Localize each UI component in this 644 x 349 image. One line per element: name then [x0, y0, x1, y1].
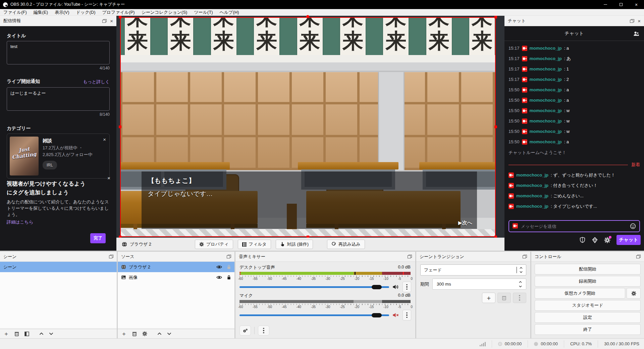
resize-handle[interactable]: [494, 126, 497, 128]
move-scene-up-icon[interactable]: [39, 332, 44, 335]
close-dock-icon[interactable]: ×: [110, 18, 113, 23]
add-scene-icon[interactable]: ＋: [3, 331, 9, 337]
exit-button[interactable]: 終了: [535, 324, 641, 335]
refresh-button[interactable]: 再読み込み: [327, 240, 365, 249]
promo-details-link[interactable]: 詳細はこちら: [7, 219, 33, 225]
muted-speaker-icon[interactable]: [392, 312, 399, 318]
mixer-menu-button[interactable]: [258, 326, 269, 336]
maximize-button[interactable]: [613, 0, 629, 9]
stream-info-dock-header: 配信情報 ×: [0, 16, 116, 26]
chat-send-button[interactable]: チャット: [616, 235, 641, 245]
popout-icon[interactable]: [227, 255, 231, 258]
lock-icon[interactable]: [227, 264, 231, 269]
remove-transition-button[interactable]: [497, 293, 511, 303]
window-title: OBS 30.0.2 - プロファイル: YouTube - シーン: キャプチ…: [10, 2, 125, 7]
visibility-eye-icon[interactable]: [216, 275, 222, 280]
broadcaster-badge-icon: [522, 87, 527, 93]
chat-input-field[interactable]: [521, 224, 627, 229]
menu-item-3[interactable]: ドック(D): [73, 9, 99, 16]
source-properties-gear-icon[interactable]: [142, 331, 147, 336]
minimize-button[interactable]: [598, 0, 613, 9]
menu-item-2[interactable]: 表示(V): [51, 9, 72, 16]
scenes-toolbar: ＋: [0, 329, 117, 338]
menu-item-1[interactable]: 編集(E): [30, 9, 51, 16]
viewer-list-icon[interactable]: [633, 31, 639, 37]
add-transition-button[interactable]: ＋: [482, 293, 495, 303]
start-virtual-camera-button[interactable]: 仮想カメラ開始: [535, 288, 625, 299]
menu-item-0[interactable]: ファイル(F): [0, 9, 30, 16]
stream-time: 00:00:00: [505, 341, 522, 346]
category-card[interactable]: Just Chatting 雑談 17.2万人が視聴中 ・ 2,825.2万人が…: [7, 134, 110, 179]
move-source-down-icon[interactable]: [167, 332, 171, 335]
scene-grid-mode-icon[interactable]: [24, 332, 29, 336]
notification-input[interactable]: はーじまーるよー: [7, 87, 110, 111]
start-recording-button[interactable]: 録画開始: [535, 276, 641, 287]
start-streaming-button[interactable]: 配信開始: [535, 264, 641, 275]
resize-handle[interactable]: [119, 16, 121, 18]
source-list-item[interactable]: ブラウザ 2: [118, 262, 234, 272]
resize-handle[interactable]: [494, 16, 497, 18]
volume-slider[interactable]: [239, 286, 389, 288]
menu-item-4[interactable]: プロファイル(P): [99, 9, 138, 16]
menu-item-5[interactable]: シーンコレクション(S): [138, 9, 191, 16]
rotate-handle[interactable]: [306, 15, 309, 18]
stream-title-input[interactable]: test: [7, 41, 110, 64]
more-info-link[interactable]: もっと詳しく: [83, 79, 110, 85]
close-button[interactable]: ×: [629, 0, 644, 9]
mixer-settings-button[interactable]: [239, 326, 251, 336]
menu-item-6[interactable]: ツール(T): [191, 9, 216, 16]
chat-settings-gear-icon[interactable]: [604, 237, 610, 243]
channel-menu-button[interactable]: [402, 282, 411, 292]
shield-icon[interactable]: [579, 237, 586, 243]
resize-handle[interactable]: [119, 126, 121, 128]
popout-icon[interactable]: [408, 255, 412, 258]
remove-source-icon[interactable]: [132, 331, 137, 336]
chat-input[interactable]: [508, 220, 640, 232]
close-dock-icon[interactable]: ×: [638, 18, 641, 23]
bits-icon[interactable]: [592, 237, 598, 243]
dialog-next-button[interactable]: ▶次へ: [458, 220, 472, 226]
transition-menu-button[interactable]: [513, 293, 526, 303]
chat-dock-header: チャット ×: [504, 16, 644, 26]
title-counter: 4/140: [100, 66, 110, 70]
remove-category-icon[interactable]: ×: [103, 137, 106, 142]
popout-icon[interactable]: [523, 255, 527, 258]
remove-scene-icon[interactable]: [14, 331, 19, 336]
duration-spinbox[interactable]: 300 ms: [432, 279, 526, 290]
popout-icon[interactable]: [636, 255, 641, 258]
scene-list-item[interactable]: シーン: [0, 262, 117, 272]
visibility-eye-icon[interactable]: [216, 265, 222, 269]
chat-message: momochoco_jp: タイプじゃないです...: [504, 201, 644, 211]
category-name: 雑談: [43, 137, 93, 144]
speaker-icon[interactable]: [392, 284, 399, 290]
volume-slider[interactable]: [239, 314, 389, 316]
source-list-item[interactable]: 画像: [118, 272, 234, 283]
broadcaster-badge-icon: [522, 118, 527, 124]
chat-message: momochoco_jp: ごめんなさい...: [504, 191, 644, 201]
properties-button[interactable]: プロパティ: [195, 240, 233, 249]
menu-item-7[interactable]: ヘルプ(H): [216, 9, 243, 16]
settings-button[interactable]: 設定: [535, 312, 641, 323]
emote-picker-icon[interactable]: [630, 223, 636, 229]
lock-icon[interactable]: [227, 275, 231, 280]
add-source-icon[interactable]: ＋: [121, 331, 127, 337]
filters-button[interactable]: フィルタ: [238, 240, 271, 249]
done-button[interactable]: 完了: [90, 233, 106, 243]
dismiss-promo-icon[interactable]: ×: [107, 175, 110, 181]
record-status-icon: [534, 342, 538, 346]
popout-icon[interactable]: [109, 255, 113, 258]
broadcaster-badge-icon: [522, 46, 527, 51]
interact-button[interactable]: 対話 (操作): [276, 240, 313, 249]
studio-mode-button[interactable]: スタジオモード: [535, 300, 641, 311]
channel-menu-button[interactable]: [402, 310, 411, 320]
popout-icon[interactable]: [630, 19, 634, 23]
virtual-camera-settings-gear-icon[interactable]: [627, 288, 641, 299]
transition-select[interactable]: フェード: [420, 264, 526, 276]
popout-icon[interactable]: [102, 19, 107, 23]
move-scene-down-icon[interactable]: [49, 332, 53, 335]
spin-up-icon[interactable]: [519, 281, 522, 284]
spin-down-icon[interactable]: [519, 285, 522, 288]
category-box-art: Just Chatting: [10, 137, 39, 176]
move-source-up-icon[interactable]: [157, 332, 162, 335]
preview-canvas[interactable]: 未来未来未来未来未来未来未来未来未来 【ももちょこ】 タイプじゃないです…: [120, 17, 496, 237]
